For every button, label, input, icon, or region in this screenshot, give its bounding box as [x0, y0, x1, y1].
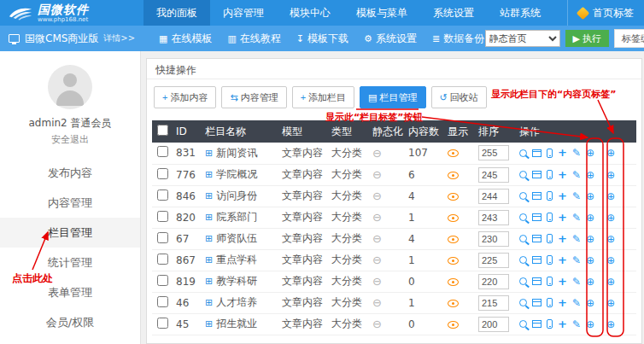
sidebar-item[interactable]: 统计管理	[0, 248, 140, 277]
column-tag-icon[interactable]: ⊕	[586, 212, 594, 224]
top-nav-item[interactable]: 系统设置	[420, 0, 487, 26]
mobile-icon[interactable]	[547, 170, 553, 179]
column-tag-icon[interactable]: ⊕	[586, 254, 594, 266]
preview-icon[interactable]	[519, 235, 527, 242]
add-icon[interactable]: +	[558, 213, 567, 222]
edit-icon[interactable]: ✎	[572, 212, 581, 224]
edit-icon[interactable]: ✎	[572, 318, 581, 330]
row-checkbox[interactable]	[157, 189, 168, 201]
content-tag-icon[interactable]: ⊕	[606, 169, 615, 181]
preview-icon[interactable]	[519, 256, 527, 264]
category-name[interactable]: 新闻资讯	[216, 147, 257, 159]
preview-icon[interactable]	[519, 277, 527, 285]
sidebar-item[interactable]: 会员/权限	[0, 307, 140, 337]
mobile-icon[interactable]	[547, 277, 553, 286]
content-tag-icon[interactable]: ⊕	[606, 254, 615, 266]
toolbar-button[interactable]: ⇆内容管理	[221, 86, 286, 108]
tag-cache-button[interactable]: 标签缓	[614, 29, 644, 48]
static-status-icon[interactable]: ⊖	[372, 296, 382, 309]
mobile-icon[interactable]	[547, 213, 553, 222]
static-status-icon[interactable]: ⊖	[372, 318, 382, 330]
static-status-icon[interactable]: ⊖	[372, 147, 382, 160]
content-tag-icon[interactable]: ⊕	[606, 318, 615, 330]
logout-link[interactable]: 安全退出	[0, 133, 140, 146]
add-icon[interactable]: +	[558, 277, 567, 286]
visible-eye-icon[interactable]	[448, 236, 459, 243]
toolbar-button[interactable]: ↺回收站	[431, 86, 487, 108]
toolbar-button[interactable]: +添加内容	[154, 86, 216, 108]
browse-icon[interactable]	[532, 171, 542, 178]
browse-icon[interactable]	[532, 277, 542, 285]
column-tag-icon[interactable]: ⊕	[586, 318, 594, 330]
row-checkbox[interactable]	[157, 275, 168, 286]
toolbar-button[interactable]: ▤栏目管理	[360, 86, 425, 108]
mobile-icon[interactable]	[547, 298, 553, 307]
column-tag-icon[interactable]: ⊕	[586, 297, 594, 309]
column-header[interactable]: 排序	[475, 120, 516, 143]
home-tag-button[interactable]: 首页标签	[567, 0, 644, 26]
content-tag-icon[interactable]: ⊕	[606, 190, 615, 202]
add-icon[interactable]: +	[558, 299, 567, 307]
browse-icon[interactable]	[532, 256, 542, 264]
detail-link[interactable]: 详情>>	[103, 32, 135, 44]
mobile-icon[interactable]	[547, 255, 553, 265]
sidebar-item[interactable]: 发布内容	[0, 158, 140, 188]
content-tag-icon[interactable]: ⊕	[606, 233, 615, 245]
edit-icon[interactable]: ✎	[572, 190, 581, 202]
edit-icon[interactable]: ✎	[572, 297, 581, 309]
subbar-link[interactable]: ⚙系统设置	[364, 32, 417, 46]
mobile-icon[interactable]	[547, 234, 553, 243]
row-checkbox[interactable]	[157, 211, 168, 222]
preview-icon[interactable]	[519, 171, 527, 178]
subbar-link[interactable]: ▥在线教程	[227, 32, 280, 46]
column-header[interactable]: 栏目名称	[202, 120, 278, 143]
sort-input[interactable]	[478, 274, 509, 289]
sidebar-item[interactable]: 栏目管理	[0, 218, 140, 248]
row-checkbox[interactable]	[157, 146, 168, 157]
column-header[interactable]: 模型	[278, 120, 328, 143]
sort-input[interactable]	[478, 295, 509, 311]
edit-icon[interactable]: ✎	[572, 147, 581, 159]
visible-eye-icon[interactable]	[448, 149, 459, 157]
edit-icon[interactable]: ✎	[572, 169, 581, 181]
visible-eye-icon[interactable]	[448, 172, 459, 179]
column-header[interactable]: ID	[173, 120, 202, 143]
sort-input[interactable]	[478, 145, 509, 160]
static-page-select[interactable]: 静态首页	[485, 30, 560, 47]
add-icon[interactable]: +	[558, 171, 567, 179]
browse-icon[interactable]	[532, 235, 542, 242]
category-name[interactable]: 学院概况	[216, 168, 257, 180]
static-status-icon[interactable]: ⊖	[372, 254, 382, 266]
subbar-link[interactable]: ▦在线模板	[159, 32, 212, 46]
edit-icon[interactable]: ✎	[572, 276, 581, 288]
category-name[interactable]: 招生就业	[216, 318, 257, 329]
row-checkbox[interactable]	[157, 318, 168, 329]
visible-eye-icon[interactable]	[448, 214, 459, 222]
mobile-icon[interactable]	[547, 149, 553, 158]
add-icon[interactable]: +	[558, 149, 567, 157]
sort-input[interactable]	[478, 317, 509, 332]
static-status-icon[interactable]: ⊖	[372, 232, 382, 245]
subbar-link[interactable]: ≣数据备份	[432, 32, 484, 46]
column-tag-icon[interactable]: ⊕	[586, 169, 594, 181]
static-status-icon[interactable]: ⊖	[372, 189, 382, 202]
preview-icon[interactable]	[519, 149, 527, 157]
browse-icon[interactable]	[532, 213, 542, 221]
preview-icon[interactable]	[519, 192, 527, 200]
mobile-icon[interactable]	[547, 319, 553, 329]
browse-icon[interactable]	[532, 192, 542, 200]
column-tag-icon[interactable]: ⊕	[586, 147, 594, 159]
row-checkbox[interactable]	[157, 296, 168, 307]
browse-icon[interactable]	[532, 149, 542, 157]
preview-icon[interactable]	[519, 299, 527, 306]
sort-input[interactable]	[478, 189, 509, 204]
preview-icon[interactable]	[519, 320, 527, 328]
top-nav-item[interactable]: 模块中心	[277, 0, 343, 26]
row-checkbox[interactable]	[157, 254, 168, 265]
visible-eye-icon[interactable]	[448, 278, 459, 286]
sidebar-item[interactable]: 表单管理	[0, 277, 140, 307]
toolbar-button[interactable]: +添加栏目	[292, 86, 354, 108]
category-name[interactable]: 重点学科	[216, 254, 257, 265]
sidebar-item[interactable]: 上传设置	[0, 337, 140, 344]
sort-input[interactable]	[478, 253, 509, 268]
